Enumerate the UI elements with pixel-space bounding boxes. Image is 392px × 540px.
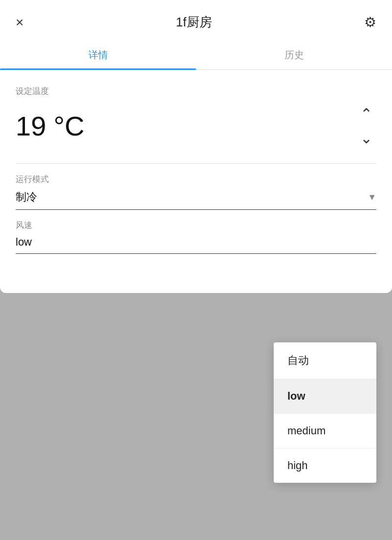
temperature-value: 19 °C — [16, 112, 85, 140]
content-area: 设定温度 19 °C ⌃ ⌄ 运行模式 制冷 ▼ 风速 low — [0, 70, 392, 273]
operation-mode-row[interactable]: 制冷 ▼ — [16, 190, 376, 210]
tab-details[interactable]: 详情 — [0, 41, 196, 69]
operation-mode-dropdown-arrow: ▼ — [368, 192, 376, 202]
dropdown-item-medium[interactable]: medium — [274, 414, 376, 449]
dropdown-item-low[interactable]: low — [274, 379, 376, 414]
temperature-row: 19 °C ⌃ ⌄ — [16, 105, 376, 148]
dropdown-item-high[interactable]: high — [274, 449, 376, 483]
header: × 1f厨房 ⚙ — [0, 0, 392, 41]
dropdown-item-auto[interactable]: 自动 — [274, 342, 376, 379]
fan-speed-dropdown: 自动 low medium high — [274, 342, 376, 483]
operation-mode-label: 运行模式 — [16, 174, 376, 185]
temperature-section: 设定温度 19 °C ⌃ ⌄ — [16, 86, 376, 148]
tab-history[interactable]: 历史 — [196, 41, 392, 69]
temperature-label: 设定温度 — [16, 86, 376, 97]
temperature-controls: ⌃ ⌄ — [356, 105, 376, 148]
operation-mode-value: 制冷 — [16, 190, 37, 204]
divider-1 — [16, 163, 376, 164]
main-panel: × 1f厨房 ⚙ 详情 历史 设定温度 19 °C ⌃ ⌄ 运行模式 — [0, 0, 392, 293]
fan-speed-row[interactable]: low — [16, 236, 376, 254]
close-icon[interactable]: × — [16, 16, 23, 29]
gear-icon[interactable]: ⚙ — [364, 14, 376, 30]
tab-details-label: 详情 — [88, 49, 108, 60]
page-title: 1f厨房 — [176, 14, 212, 31]
fan-speed-value: low — [16, 236, 32, 248]
fan-speed-label: 风速 — [16, 220, 376, 231]
tab-history-label: 历史 — [284, 49, 304, 60]
fan-speed-section: 风速 low — [16, 220, 376, 254]
operation-mode-section: 运行模式 制冷 ▼ — [16, 174, 376, 210]
temperature-down-button[interactable]: ⌄ — [356, 129, 376, 148]
tabs: 详情 历史 — [0, 41, 392, 70]
temperature-up-button[interactable]: ⌃ — [356, 105, 376, 123]
